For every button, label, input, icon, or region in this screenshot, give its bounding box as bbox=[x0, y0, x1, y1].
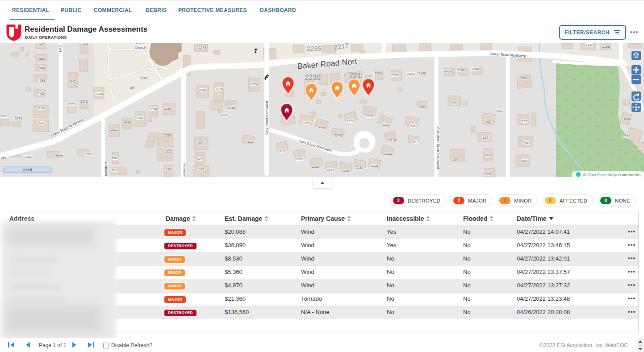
svg-text:2230: 2230 bbox=[305, 74, 321, 81]
svg-text:512: 512 bbox=[413, 140, 419, 144]
svg-text:515: 515 bbox=[199, 167, 205, 171]
svg-text:2345: 2345 bbox=[80, 99, 88, 104]
svg-text:520: 520 bbox=[39, 121, 45, 125]
svg-text:2300: 2300 bbox=[136, 116, 144, 120]
svg-text:Northwest: Northwest bbox=[105, 162, 108, 176]
svg-text:2264: 2264 bbox=[251, 82, 259, 86]
svg-text:538: 538 bbox=[40, 79, 46, 83]
svg-text:2225: 2225 bbox=[382, 123, 389, 127]
svg-text:2235: 2235 bbox=[306, 45, 321, 52]
svg-text:Aberdeen Drive Northwest: Aberdeen Drive Northwest bbox=[436, 127, 440, 170]
svg-text:2105: 2105 bbox=[602, 45, 610, 49]
svg-text:525: 525 bbox=[522, 119, 527, 123]
svg-text:502: 502 bbox=[112, 156, 118, 160]
svg-text:2279: 2279 bbox=[199, 46, 206, 50]
svg-text:511: 511 bbox=[525, 141, 530, 145]
svg-text:597: 597 bbox=[130, 86, 136, 90]
svg-text:2089: 2089 bbox=[623, 117, 631, 121]
svg-text:550: 550 bbox=[39, 57, 45, 61]
svg-text:2383: 2383 bbox=[0, 114, 7, 118]
svg-text:Cent: Cent bbox=[59, 45, 63, 53]
svg-text:2188: 2188 bbox=[407, 72, 414, 76]
svg-text:555: 555 bbox=[83, 43, 88, 46]
svg-text:2375: 2375 bbox=[15, 116, 22, 120]
svg-text:Baptist: Baptist bbox=[134, 43, 146, 45]
svg-text:Gary Road Northwest: Gary Road Northwest bbox=[265, 101, 269, 136]
svg-text:2250: 2250 bbox=[312, 165, 320, 169]
svg-text:200 ft: 200 ft bbox=[22, 168, 32, 172]
svg-text:2360: 2360 bbox=[85, 152, 92, 156]
svg-text:Church: Church bbox=[134, 46, 146, 50]
svg-text:2238: 2238 bbox=[342, 169, 350, 173]
svg-text:2232: 2232 bbox=[356, 166, 364, 170]
svg-text:2078: 2078 bbox=[623, 134, 631, 138]
svg-text:520: 520 bbox=[166, 149, 172, 153]
svg-text:2170: 2170 bbox=[444, 69, 452, 73]
svg-text:2270: 2270 bbox=[216, 87, 223, 91]
svg-text:507: 507 bbox=[522, 159, 528, 163]
svg-text:2351: 2351 bbox=[68, 102, 75, 106]
svg-text:533: 533 bbox=[222, 113, 227, 117]
svg-text:2131: 2131 bbox=[585, 43, 593, 47]
svg-text:530: 530 bbox=[497, 109, 502, 113]
svg-text:2280: 2280 bbox=[199, 88, 207, 92]
svg-text:2158: 2158 bbox=[472, 67, 479, 71]
svg-text:529: 529 bbox=[280, 149, 285, 153]
svg-text:390: 390 bbox=[1, 156, 7, 160]
svg-text:2312: 2312 bbox=[111, 128, 119, 132]
svg-text:2200: 2200 bbox=[391, 73, 399, 77]
svg-text:522: 522 bbox=[486, 120, 492, 124]
svg-text:2226: 2226 bbox=[371, 164, 378, 168]
svg-text:2164: 2164 bbox=[457, 68, 465, 72]
svg-text:543: 543 bbox=[70, 79, 76, 83]
svg-text:509: 509 bbox=[453, 157, 459, 162]
svg-text:527: 527 bbox=[198, 141, 204, 145]
svg-text:530: 530 bbox=[165, 133, 171, 137]
svg-text:2288: 2288 bbox=[164, 107, 171, 111]
svg-text:2370: 2370 bbox=[55, 154, 63, 158]
svg-text:2237: 2237 bbox=[347, 119, 355, 123]
svg-text:521: 521 bbox=[197, 157, 203, 161]
svg-text:2339: 2339 bbox=[96, 92, 103, 96]
svg-text:2206: 2206 bbox=[375, 71, 382, 75]
svg-text:554: 554 bbox=[39, 43, 45, 46]
svg-text:2380: 2380 bbox=[25, 155, 33, 159]
svg-text:530: 530 bbox=[420, 105, 426, 109]
svg-text:539: 539 bbox=[521, 76, 527, 80]
svg-text:2258: 2258 bbox=[296, 157, 304, 161]
svg-text:2306: 2306 bbox=[124, 120, 132, 124]
svg-text:514: 514 bbox=[483, 136, 489, 140]
svg-text:531: 531 bbox=[452, 101, 457, 105]
svg-text:© OpenStreetMap contributors.: © OpenStreetMap contributors. bbox=[583, 172, 642, 177]
svg-text:524: 524 bbox=[38, 106, 44, 110]
svg-text:2219: 2219 bbox=[389, 138, 396, 142]
svg-text:2268: 2268 bbox=[228, 106, 236, 110]
svg-text:520: 520 bbox=[411, 124, 417, 128]
svg-text:2220: 2220 bbox=[385, 152, 392, 156]
svg-text:2244: 2244 bbox=[327, 168, 335, 172]
svg-text:2243: 2243 bbox=[335, 133, 342, 137]
svg-text:2231: 2231 bbox=[366, 114, 374, 118]
svg-text:544: 544 bbox=[39, 66, 45, 70]
svg-text:500: 500 bbox=[485, 172, 491, 176]
svg-text:2295: 2295 bbox=[140, 76, 148, 80]
svg-text:530: 530 bbox=[40, 92, 46, 96]
svg-text:512: 512 bbox=[247, 140, 253, 144]
svg-text:Northwest: Northwest bbox=[183, 163, 186, 177]
svg-text:508: 508 bbox=[485, 153, 491, 157]
svg-text:501: 501 bbox=[112, 168, 117, 172]
svg-text:221: 221 bbox=[349, 72, 361, 79]
svg-text:2294: 2294 bbox=[150, 107, 157, 111]
svg-text:2180: 2180 bbox=[418, 71, 426, 75]
svg-text:2259: 2259 bbox=[303, 121, 310, 125]
svg-text:2253: 2253 bbox=[318, 126, 326, 130]
svg-text:514: 514 bbox=[166, 167, 171, 171]
